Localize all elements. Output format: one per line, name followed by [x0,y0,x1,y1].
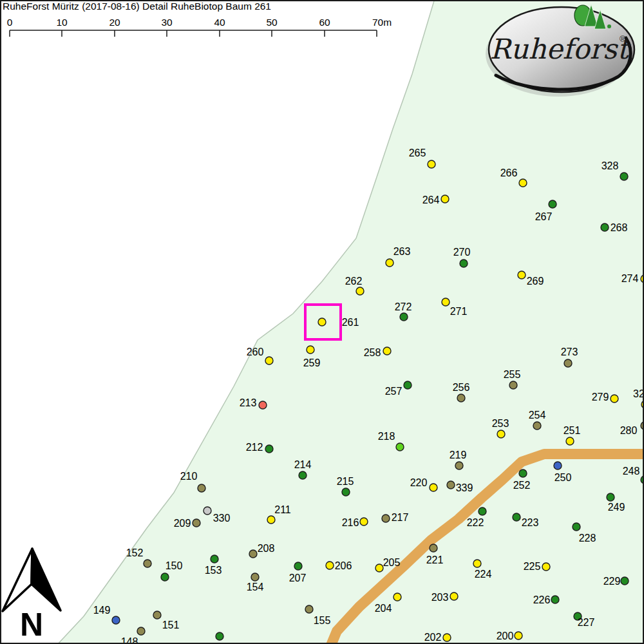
tree-dot-339 [447,481,455,489]
tree-dot-222 [478,507,486,515]
tree-dot-261 [318,318,326,326]
tree-dot-250 [554,462,562,469]
tree-label-269: 269 [527,276,544,287]
map-canvas: 2652662643282672682632702622692742722712… [0,0,644,644]
tree-label-249: 249 [608,502,625,513]
tree-dot-154 [251,573,259,581]
tree-label-212: 212 [246,442,263,453]
tree-label-266: 266 [500,167,518,178]
tree-dot-204 [393,593,401,601]
scale-label-30: 30 [161,17,173,28]
tree-label-205: 205 [383,557,401,568]
tree-label-214: 214 [294,459,312,470]
scale-label-50: 50 [266,17,278,28]
tree-dot-207 [294,562,302,570]
map-title: RuheForst Müritz (2017-08-16) Detail Ruh… [3,1,271,12]
tree-dot-279 [611,395,618,402]
tree-dot-263 [386,259,393,267]
tree-label-270: 270 [453,247,471,258]
tree-dot-221 [430,544,437,552]
tree-label-223: 223 [522,517,539,528]
tree-dot-229 [621,577,629,585]
tree-dot-254 [533,422,541,430]
tree-dot-215 [342,488,350,496]
tree-label-228: 228 [579,533,596,544]
tree-label-264: 264 [422,194,440,205]
tree-label-250: 250 [554,472,572,483]
scale-label-70m: 70m [372,17,392,28]
tree-dot-253 [497,430,505,438]
tree-label-207: 207 [289,573,307,583]
tree-label-220: 220 [410,477,428,488]
tree-dot-267 [549,200,556,208]
tree-label-257: 257 [385,386,402,397]
tree-label-339: 339 [456,482,473,493]
tree-label-328: 328 [601,160,619,171]
tree-label-219: 219 [450,450,467,460]
tree-dot-218 [396,443,404,451]
tree-dot [216,632,223,640]
tree-label-149: 149 [93,605,111,616]
tree-label-272: 272 [395,301,412,312]
tree-label-258: 258 [364,347,381,358]
tree-dot-213 [259,401,267,409]
tree-dot-256 [457,394,465,402]
tree-label-255: 255 [504,369,521,380]
scale-label-10: 10 [56,17,68,28]
north-arrow-right-half [32,549,61,611]
tree-label-217: 217 [392,512,409,523]
tree-dot-152 [144,560,151,567]
tree-label-251: 251 [564,425,581,436]
scale-label-20: 20 [109,17,120,28]
tree-dot-224 [473,560,481,567]
logo-wordmark: Ruheforst [490,33,632,65]
tree-dot-259 [307,346,314,354]
tree-dot-272 [400,313,408,321]
tree-label-155: 155 [314,615,331,626]
tree-dot-205 [375,564,383,572]
tree-dot-153 [211,555,218,563]
north-label: N [20,607,43,643]
tree-label-330: 330 [213,513,231,524]
map-page: 2652662643282672682632702622692742722712… [0,0,644,644]
tree-label-256: 256 [453,382,470,393]
tree-dot-258 [383,347,391,355]
tree-label-215: 215 [337,476,354,487]
logo-registered-mark: ® [620,34,626,44]
tree-label-32: 32 [633,388,644,399]
tree-label-259: 259 [303,357,321,368]
scale-label-0: 0 [7,17,13,28]
tree-dot-226 [551,596,559,603]
tree-label-226: 226 [533,594,551,605]
tree-label-200: 200 [497,630,514,641]
tree-dot-150 [161,573,169,581]
tree-label-152: 152 [126,547,144,558]
tree-label-261: 261 [342,317,359,328]
tree-dot-269 [518,271,526,279]
tree-label-211: 211 [274,504,291,515]
tree-label-254: 254 [529,410,546,421]
tree-label-253: 253 [492,418,509,429]
scale-bar: 010203040506070m [7,17,392,37]
tree-dot-149 [112,616,120,624]
tree-label-202: 202 [424,632,442,643]
tree-label-263: 263 [393,246,411,257]
tree-dot-257 [404,381,412,389]
tree-dot-252 [519,469,527,477]
tree-dot-210 [198,484,205,492]
tree-label-213: 213 [240,397,257,408]
tree-dot-208 [249,550,257,558]
tree-label-218: 218 [378,431,395,442]
tree-label-150: 150 [166,560,183,571]
scale-label-40: 40 [214,17,225,28]
tree-label-151: 151 [162,620,180,630]
tree-label-265: 265 [409,147,426,158]
tree-label-260: 260 [247,346,264,357]
tree-dot-155 [305,605,313,613]
tree-dot-266 [519,179,527,187]
tree-dot-214 [299,471,307,479]
tree-dot-264 [441,195,449,203]
tree-label-203: 203 [431,592,449,603]
tree-dot-270 [460,260,468,267]
tree-label-153: 153 [205,565,222,576]
